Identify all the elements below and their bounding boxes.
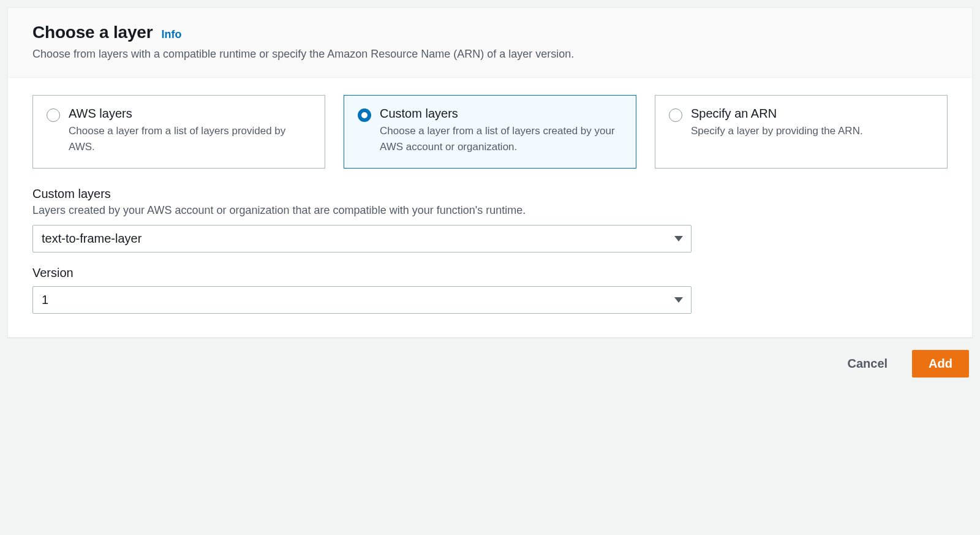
version-select[interactable]: 1 — [32, 286, 692, 314]
layer-source-radio-group: AWS layers Choose a layer from a list of… — [32, 95, 948, 169]
radio-icon — [47, 108, 60, 122]
field-label: Version — [32, 266, 948, 280]
select-value: text-to-frame-layer — [42, 232, 141, 246]
custom-layers-select[interactable]: text-to-frame-layer — [32, 225, 692, 252]
custom-layers-field: Custom layers Layers created by your AWS… — [32, 187, 948, 252]
select-value: 1 — [42, 293, 48, 307]
field-hint: Layers created by your AWS account or or… — [32, 202, 948, 219]
panel-subtitle: Choose from layers with a compatible run… — [32, 46, 948, 63]
add-button[interactable]: Add — [912, 350, 969, 378]
radio-label: Custom layers — [380, 107, 622, 121]
info-link[interactable]: Info — [161, 28, 181, 41]
radio-description: Choose a layer from a list of layers cre… — [380, 123, 622, 154]
panel-title: Choose a layer — [32, 23, 153, 42]
form-actions: Cancel Add — [7, 338, 973, 381]
radio-description: Specify a layer by providing the ARN. — [691, 123, 863, 139]
radio-tile-aws-layers[interactable]: AWS layers Choose a layer from a list of… — [32, 95, 325, 169]
radio-tile-custom-layers[interactable]: Custom layers Choose a layer from a list… — [344, 95, 636, 169]
cancel-button[interactable]: Cancel — [832, 350, 904, 378]
panel-header: Choose a layer Info Choose from layers w… — [8, 8, 972, 78]
field-label: Custom layers — [32, 187, 948, 201]
radio-icon — [358, 108, 371, 122]
choose-layer-panel: Choose a layer Info Choose from layers w… — [7, 7, 973, 338]
radio-icon — [669, 108, 682, 122]
radio-tile-specify-arn[interactable]: Specify an ARN Specify a layer by provid… — [655, 95, 948, 169]
radio-label: Specify an ARN — [691, 107, 863, 121]
radio-description: Choose a layer from a list of layers pro… — [69, 123, 311, 154]
radio-label: AWS layers — [69, 107, 311, 121]
version-field: Version 1 — [32, 266, 948, 314]
panel-body: AWS layers Choose a layer from a list of… — [8, 78, 972, 337]
